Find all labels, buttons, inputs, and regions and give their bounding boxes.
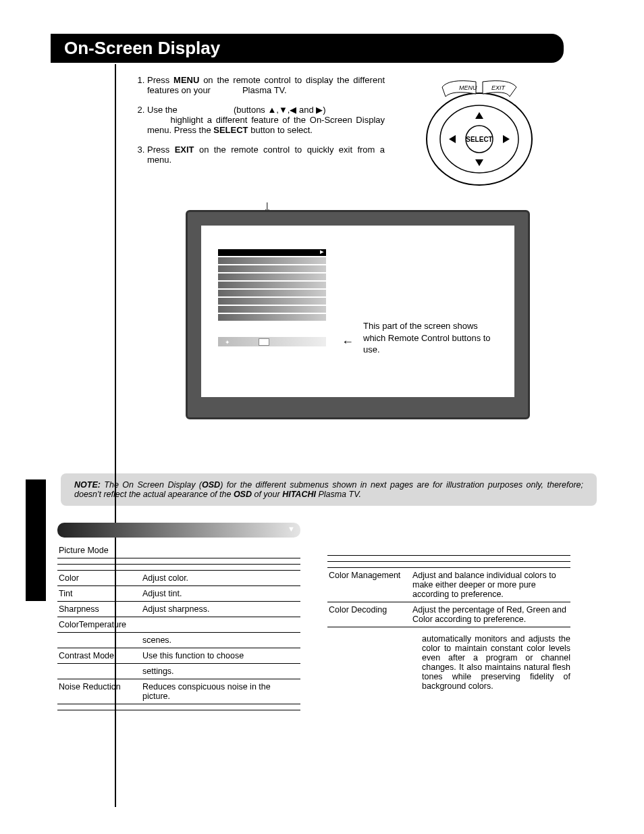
right-column: Color ManagementAdjust and balance indiv…: [327, 523, 570, 710]
text: (buttons ▲,▼,◀ and ▶): [234, 105, 326, 115]
manual-page: On-Screen Display Press MENU on the remo…: [0, 0, 644, 834]
arrow-left-icon: ←: [342, 335, 354, 349]
select-key: SELECT: [213, 125, 248, 135]
setting-name: Color: [57, 571, 141, 586]
menu-button-label: MENU: [459, 84, 477, 91]
text: Press: [147, 145, 175, 155]
text: Use the: [147, 105, 178, 115]
setting-desc: [141, 543, 300, 558]
setting-desc: scenes.: [141, 633, 300, 648]
left-settings-table: Picture ModeColorAdjust color.TintAdjust…: [57, 543, 300, 710]
setting-desc: [141, 565, 300, 571]
text: button to select.: [248, 125, 313, 135]
instruction-3: Press EXIT on the remote control to quic…: [147, 145, 385, 165]
svg-marker-5: [449, 135, 456, 143]
svg-marker-3: [475, 112, 483, 119]
setting-name: [327, 556, 411, 562]
menu-key: MENU: [173, 75, 199, 85]
table-row: Picture Mode: [57, 543, 300, 558]
setting-name: Sharpness: [57, 602, 141, 617]
tv-screen: ✦ ← This part of the screen shows which …: [201, 226, 514, 397]
setting-desc: [411, 550, 570, 556]
exit-button-label: EXIT: [491, 84, 506, 91]
table-row: [57, 704, 300, 710]
setting-desc: Reduces conspicuous noise in the picture…: [141, 679, 300, 704]
left-column: Picture ModeColorAdjust color.TintAdjust…: [57, 523, 300, 710]
instruction-list: Press MENU on the remote control to disp…: [135, 75, 385, 190]
menu-header-pill: [57, 523, 300, 538]
note-box: NOTE: The On Screen Display (OSD) for th…: [61, 473, 597, 506]
table-row: scenes.: [57, 633, 300, 648]
table-row: SharpnessAdjust sharpness.: [57, 602, 300, 617]
table-row: [327, 556, 570, 562]
setting-name: Color Decoding: [327, 602, 411, 627]
setting-name: Noise Reduction: [57, 679, 141, 704]
setting-desc: Use this function to choose: [141, 648, 300, 664]
table-row: [327, 562, 570, 568]
table-row: [327, 550, 570, 556]
section-title: On-Screen Display: [51, 34, 564, 63]
text: Plasma TV.: [316, 490, 361, 499]
setting-desc: Adjust sharpness.: [141, 602, 300, 617]
table-row: ColorTemperature: [57, 617, 300, 633]
right-paragraph: automatically monitors and adjusts the c…: [422, 634, 570, 691]
setting-name: [57, 565, 141, 571]
right-settings-table: Color ManagementAdjust and balance indiv…: [327, 550, 570, 627]
table-row: Color ManagementAdjust and balance indiv…: [327, 568, 570, 602]
setting-name: [57, 704, 141, 710]
setting-name: Contrast Mode: [57, 648, 141, 664]
instruction-1: Press MENU on the remote control to disp…: [147, 75, 385, 95]
osd-menu: [218, 249, 326, 322]
table-row: ColorAdjust color.: [57, 571, 300, 586]
setting-name: Picture Mode: [57, 543, 141, 558]
table-row: [57, 565, 300, 571]
setting-name: [57, 558, 141, 565]
setting-name: [57, 633, 141, 648]
text: Plasma TV.: [242, 85, 287, 95]
setting-desc: Adjust tint.: [141, 586, 300, 602]
text: OSD: [234, 490, 252, 499]
text: OSD: [202, 480, 220, 490]
svg-marker-4: [475, 159, 483, 166]
setting-desc: [141, 558, 300, 565]
text: HITACHI: [282, 490, 316, 499]
table-row: TintAdjust tint.: [57, 586, 300, 602]
table-row: Noise ReductionReduces conspicuous noise…: [57, 679, 300, 704]
setting-name: Color Management: [327, 568, 411, 602]
setting-name: Tint: [57, 586, 141, 602]
setting-desc: [411, 556, 570, 562]
tv-annotation: This part of the screen shows which Remo…: [363, 320, 498, 356]
intro-row: Press MENU on the remote control to disp…: [135, 75, 597, 190]
setting-name: [327, 562, 411, 568]
table-row: Color DecodingAdjust the percentage of R…: [327, 602, 570, 627]
setting-desc: [411, 562, 570, 568]
setting-desc: Adjust color.: [141, 571, 300, 586]
exit-key: EXIT: [175, 145, 194, 155]
text: The On Screen Display (: [104, 480, 202, 490]
vertical-rule: [115, 64, 116, 807]
setting-name: [327, 550, 411, 556]
text: of your: [252, 490, 282, 499]
table-row: settings.: [57, 664, 300, 679]
settings-columns: Picture ModeColorAdjust color.TintAdjust…: [57, 523, 597, 710]
setting-name: [57, 664, 141, 679]
setting-desc: settings.: [141, 664, 300, 679]
tv-illustration: ↓ ✦ ← This part of the screen shows whic…: [122, 203, 597, 460]
setting-desc: Adjust and balance individual colors to …: [411, 568, 570, 602]
side-tab: [26, 479, 46, 601]
setting-desc: [141, 704, 300, 710]
setting-desc: [141, 617, 300, 633]
table-row: Contrast ModeUse this function to choose: [57, 648, 300, 664]
text: Press: [147, 75, 173, 85]
svg-marker-6: [503, 135, 510, 143]
tv-frame: ✦ ← This part of the screen shows which …: [186, 210, 530, 419]
setting-desc: Adjust the percentage of Red, Green and …: [411, 602, 570, 627]
instruction-2: Use the (buttons ▲,▼,◀ and ▶) highlight …: [147, 105, 385, 135]
select-label: SELECT: [466, 136, 492, 143]
osd-hint-bar: ✦: [218, 337, 326, 346]
remote-diagram: SELECT MENU EXIT: [412, 75, 547, 190]
note-lead: NOTE:: [74, 480, 101, 490]
table-row: [57, 558, 300, 565]
setting-name: ColorTemperature: [57, 617, 141, 633]
